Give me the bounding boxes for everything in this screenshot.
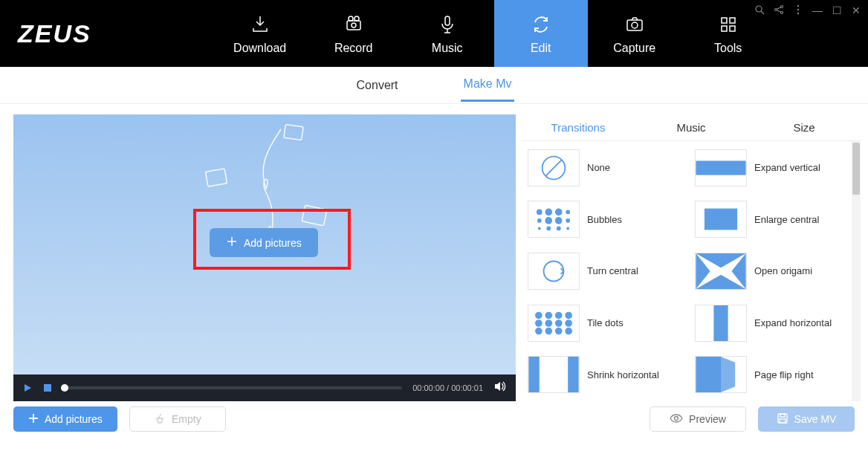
tab-music[interactable]: Music bbox=[635, 114, 748, 140]
svg-point-45 bbox=[555, 320, 563, 327]
transitions-scrollbar[interactable] bbox=[852, 141, 861, 401]
transition-bubbles-label: Bubbles bbox=[587, 214, 622, 225]
add-pictures-button[interactable]: Add pictures bbox=[13, 406, 117, 432]
close-icon[interactable]: ✕ bbox=[850, 4, 862, 17]
progress-thumb[interactable] bbox=[61, 384, 68, 392]
scrollbar-thumb[interactable] bbox=[852, 143, 860, 195]
nav-music-label: Music bbox=[432, 42, 463, 55]
svg-point-1 bbox=[349, 16, 353, 21]
transition-none-label: None bbox=[587, 162, 610, 173]
svg-point-41 bbox=[555, 311, 563, 319]
transition-shrink-horizontal[interactable]: Shrink horizontal bbox=[528, 355, 687, 394]
maximize-icon[interactable]: ☐ bbox=[831, 4, 843, 17]
svg-point-14 bbox=[781, 12, 783, 14]
preview-area: Add pictures bbox=[13, 114, 516, 374]
svg-point-39 bbox=[535, 311, 542, 319]
svg-rect-8 bbox=[730, 18, 735, 23]
svg-point-26 bbox=[545, 209, 552, 216]
transition-open-origami[interactable]: Open origami bbox=[695, 252, 855, 291]
volume-icon[interactable] bbox=[493, 380, 507, 396]
preview-button[interactable]: Preview bbox=[650, 406, 746, 432]
transition-bubbles[interactable]: Bubbles bbox=[528, 201, 687, 239]
bottom-bar: Add pictures Empty Preview Save MV bbox=[0, 401, 868, 437]
share-icon[interactable] bbox=[773, 4, 785, 17]
svg-point-11 bbox=[756, 6, 762, 12]
svg-point-49 bbox=[555, 327, 563, 334]
main-row: Add pictures 00:00:00 / 00:00:01 Transit… bbox=[0, 104, 868, 401]
transition-expand-horizontal[interactable]: Expand horizontal bbox=[695, 304, 855, 343]
svg-rect-51 bbox=[713, 305, 728, 341]
add-pictures-label: Add pictures bbox=[45, 413, 103, 425]
nav-record[interactable]: Record bbox=[307, 0, 401, 67]
eye-icon bbox=[670, 413, 683, 425]
svg-rect-52 bbox=[528, 357, 539, 392]
svg-point-31 bbox=[555, 218, 563, 225]
transition-page-flip-right-label: Page flip right bbox=[754, 369, 814, 380]
play-button[interactable] bbox=[22, 383, 33, 393]
svg-point-12 bbox=[775, 9, 777, 11]
nav-capture[interactable]: Capture bbox=[588, 0, 681, 67]
svg-point-13 bbox=[781, 6, 783, 8]
save-mv-label: Save MV bbox=[794, 413, 837, 425]
nav-edit-label: Edit bbox=[531, 42, 551, 55]
record-icon bbox=[343, 12, 365, 37]
svg-point-35 bbox=[557, 227, 561, 231]
transition-bubbles-thumb bbox=[528, 201, 580, 238]
svg-point-48 bbox=[545, 327, 552, 334]
svg-point-30 bbox=[545, 218, 552, 225]
player-bar: 00:00:00 / 00:00:01 bbox=[13, 374, 516, 401]
empty-button[interactable]: Empty bbox=[129, 406, 226, 432]
svg-point-3 bbox=[352, 23, 356, 27]
app-header: ZEUS Download Record Music Edit bbox=[0, 0, 868, 67]
subtab-convert[interactable]: Convert bbox=[354, 70, 401, 101]
svg-rect-4 bbox=[445, 16, 450, 25]
save-mv-button[interactable]: Save MV bbox=[758, 406, 855, 432]
svg-rect-54 bbox=[696, 357, 721, 392]
svg-rect-7 bbox=[722, 18, 727, 23]
nav-edit[interactable]: Edit bbox=[494, 0, 588, 67]
search-icon[interactable] bbox=[754, 4, 765, 17]
transition-enlarge-central[interactable]: Enlarge central bbox=[695, 201, 855, 239]
transition-tile-dots[interactable]: Tile dots bbox=[528, 304, 687, 343]
svg-point-32 bbox=[566, 218, 570, 223]
svg-point-46 bbox=[565, 320, 572, 327]
svg-point-17 bbox=[797, 13, 799, 14]
svg-point-36 bbox=[566, 227, 569, 230]
svg-rect-58 bbox=[780, 419, 786, 423]
svg-point-16 bbox=[797, 9, 799, 10]
tab-size[interactable]: Size bbox=[748, 114, 861, 140]
save-icon bbox=[777, 412, 788, 427]
transition-expand-vertical[interactable]: Expand vertical bbox=[695, 149, 855, 187]
menu-icon[interactable] bbox=[792, 4, 804, 17]
edit-subtabs: Convert Make Mv bbox=[0, 67, 868, 104]
transitions-list: None Expand vertical Bubbles bbox=[522, 141, 861, 401]
subtab-makemv[interactable]: Make Mv bbox=[461, 68, 515, 102]
nav-music[interactable]: Music bbox=[401, 0, 494, 67]
svg-rect-53 bbox=[568, 357, 578, 392]
svg-rect-57 bbox=[780, 414, 785, 417]
minimize-icon[interactable]: — bbox=[812, 4, 823, 17]
svg-rect-37 bbox=[705, 209, 737, 230]
svg-point-27 bbox=[555, 209, 563, 216]
tab-transitions[interactable]: Transitions bbox=[522, 114, 635, 140]
add-pictures-center-button[interactable]: Add pictures bbox=[210, 228, 318, 257]
nav-capture-label: Capture bbox=[613, 42, 655, 55]
plus-icon bbox=[226, 236, 238, 250]
nav-record-label: Record bbox=[334, 42, 373, 55]
transition-none[interactable]: None bbox=[528, 149, 687, 187]
transition-tile-dots-thumb bbox=[528, 305, 580, 342]
transition-none-thumb bbox=[528, 149, 580, 187]
nav-download[interactable]: Download bbox=[213, 0, 307, 67]
transition-page-flip-right[interactable]: Page flip right bbox=[695, 355, 855, 394]
stop-button[interactable] bbox=[43, 383, 52, 392]
svg-point-43 bbox=[535, 320, 542, 327]
transition-turn-central[interactable]: Turn central bbox=[528, 252, 687, 291]
refresh-icon bbox=[530, 12, 552, 37]
camera-icon bbox=[624, 12, 646, 37]
svg-rect-10 bbox=[730, 26, 735, 31]
svg-point-42 bbox=[565, 311, 572, 319]
transition-enlarge-central-thumb bbox=[695, 201, 747, 238]
transition-expand-vertical-label: Expand vertical bbox=[754, 162, 820, 173]
svg-rect-0 bbox=[347, 21, 360, 30]
progress-slider[interactable] bbox=[62, 386, 402, 389]
